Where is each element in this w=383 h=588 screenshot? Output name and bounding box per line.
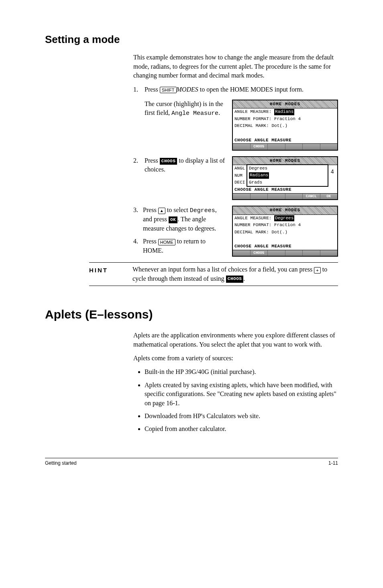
bullet-item: Downloaded from HP's Calculators web sit… (145, 412, 338, 421)
step-4-text: Press HOME to return to HOME. (143, 237, 227, 255)
aplets-paragraph-2: Aplets come from a variety of sources: (133, 354, 338, 363)
up-arrow-key: ▲ (158, 208, 165, 214)
choos-softkey: CHOOS (226, 276, 244, 282)
ok-softkey: OK (169, 216, 177, 223)
section-heading-2: Aplets (E–lessons) (45, 306, 338, 323)
calculator-screen-3: HOME MODES ANGLE MEASURE: Degrees NUMBER… (232, 206, 338, 257)
step-number: 3. (133, 206, 140, 233)
step-1-text: Press SHIFTMODES to open the HOME MODES … (145, 85, 338, 94)
calculator-screen-2: HOME MODES ANGL NUM DECI CHOOSE ANGLE ME… (232, 156, 338, 200)
step-number: 2. (133, 156, 140, 165)
step-number: 4. (133, 237, 140, 255)
step-number: 1. (133, 85, 140, 94)
hint-text: Whenever an input form has a list of cho… (132, 265, 338, 283)
aplets-paragraph-1: Aplets are the application environments … (133, 331, 338, 349)
choos-softkey: CHOOS (160, 158, 177, 165)
section-heading: Setting a mode (45, 32, 338, 47)
footer-left: Getting started (45, 460, 77, 467)
calculator-screen-1: HOME MODES ANGLE MEASURE: Radians NUMBER… (232, 100, 338, 151)
plus-key: + (314, 267, 320, 274)
bullet-item: Copied from another calculator. (145, 425, 338, 433)
choice-popup: Degrees Radians Grads (247, 164, 328, 187)
step-2-text: Press CHOOS to display a list of choices… (145, 156, 227, 174)
footer-right: 1-11 (328, 460, 338, 467)
step-1b-text: The cursor (highlight) is in the first f… (145, 100, 227, 118)
intro-paragraph: This example demonstrates how to change … (133, 53, 338, 80)
bullet-item: Built-in the HP 39G/40G (initial purchas… (145, 368, 338, 376)
bullet-item: Aplets created by saving existing aplets… (145, 381, 338, 408)
hint-label: HINT (89, 265, 132, 283)
home-key: HOME (158, 239, 175, 245)
step-3-text: Press ▲ to select Degrees, and press OK.… (143, 206, 227, 233)
shift-key: SHIFT (160, 87, 177, 93)
